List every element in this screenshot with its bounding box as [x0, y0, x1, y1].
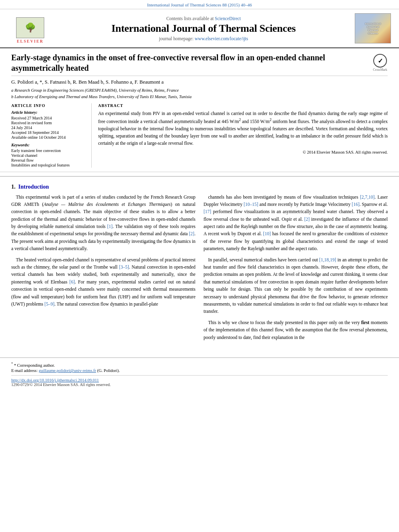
section-1-number: 1.: [11, 184, 16, 190]
history-received: Received 27 March 2014: [11, 116, 86, 120]
ref-2-7-10[interactable]: [2,7,10]: [360, 195, 374, 199]
affiliation-a: a Research Group in Engineering Sciences…: [11, 87, 388, 94]
abstract-text: An experimental study from PIV in an ope…: [98, 110, 388, 147]
ref-3-5[interactable]: [3–5]: [119, 265, 129, 269]
abstract-area: ABSTRACT An experimental study from PIV …: [98, 103, 388, 168]
journal-title: International Journal of Thermal Science…: [56, 23, 351, 35]
article-info-heading: ARTICLE INFO: [11, 103, 86, 108]
ref-16[interactable]: [16]: [352, 202, 360, 207]
intro-para-2: The heated vertical open-ended channel i…: [11, 256, 195, 308]
affiliation-b: b Laboratory of Energizing and Thermal a…: [11, 94, 388, 100]
journal-cover-image: InternationalJournal ofThermalSciences: [355, 13, 391, 43]
ref-10-15[interactable]: [10–15]: [244, 202, 258, 207]
history-online: Available online 14 October 2014: [11, 135, 86, 140]
affiliations: a Research Group in Engineering Sciences…: [11, 87, 388, 100]
intro-para-1: This experimental work is part of a seri…: [11, 193, 195, 253]
crossmark-circle: ✓: [373, 54, 387, 68]
authors-line: G. Polidori a, *, S. Fatnassi b, R. Ben …: [11, 79, 388, 85]
doi-link[interactable]: http://dx.doi.org/10.1016/j.ijthermalsci…: [11, 378, 388, 382]
ref-6[interactable]: [6]: [70, 279, 75, 284]
keyword-2: Vertical channel: [11, 153, 86, 158]
body-right-col: channels has also been investigated by m…: [204, 193, 388, 345]
article-main: Early-stage dynamics in the onset of fre…: [0, 48, 399, 172]
keyword-3: Reversal flow: [11, 158, 86, 162]
issn-line: 1290-0729/© 2014 Elsevier Masson SAS. Al…: [11, 382, 388, 387]
article-title: Early-stage dynamics in the onset of fre…: [11, 52, 368, 73]
history-revised-label: Received in revised form: [11, 121, 86, 125]
right-para-2: In parallel, several numerical studies h…: [204, 256, 388, 315]
history-label: Article history:: [11, 110, 86, 115]
journal-homepage: journal homepage: www.elsevier.com/locat…: [56, 36, 351, 41]
article-info-abstract: ARTICLE INFO Article history: Received 2…: [11, 103, 388, 168]
body-left-col: This experimental work is part of a seri…: [11, 193, 195, 345]
ref-5-9[interactable]: [5–9]: [44, 302, 54, 306]
top-bar: International Journal of Thermal Science…: [0, 0, 399, 9]
body-two-col: This experimental work is part of a seri…: [11, 193, 388, 345]
abstract-heading: ABSTRACT: [98, 103, 388, 108]
sciencedirect-link[interactable]: ScienceDirect: [215, 16, 241, 21]
article-info-column: ARTICLE INFO Article history: Received 2…: [11, 103, 92, 168]
section-1-title: 1. Introduction: [11, 184, 388, 190]
section-divider: [0, 176, 399, 177]
right-para-3: This is why we chose to focus the study …: [204, 319, 388, 341]
journal-homepage-link[interactable]: www.elsevier.com/locate/ijts: [195, 36, 248, 41]
journal-citation: International Journal of Thermal Science…: [147, 2, 252, 7]
ref-1[interactable]: [1]: [107, 224, 112, 229]
contents-link: Contents lists available at ScienceDirec…: [56, 16, 351, 21]
ref-2b[interactable]: [2]: [304, 217, 309, 222]
keywords-label: Keywords:: [11, 143, 86, 147]
author-email-link[interactable]: guillaume.polidori@univ-reims.fr: [39, 368, 96, 373]
email-note: E-mail address: guillaume.polidori@univ-…: [11, 368, 388, 373]
crossmark-label: CrossMark: [373, 68, 387, 72]
footer-section: * * Corresponding author. E-mail address…: [0, 357, 399, 391]
keyword-4: Instabilities and topological features: [11, 163, 86, 167]
corresponding-author-note: * * Corresponding author.: [11, 362, 388, 368]
journal-header: 🌳 ELSEVIER Contents lists available at S…: [0, 9, 399, 48]
keyword-1: Early transient free convection: [11, 148, 86, 153]
ref-10b[interactable]: [10]: [263, 231, 271, 236]
ref-1-18-19[interactable]: [1,18,19]: [319, 257, 336, 262]
elsevier-tree-icon: 🌳: [16, 17, 44, 38]
copyright: © 2014 Elsevier Masson SAS. All rights r…: [98, 150, 388, 154]
crossmark-widget[interactable]: ✓ CrossMark: [372, 54, 388, 72]
ref-2[interactable]: [2]: [189, 231, 194, 236]
history-revised-date: 24 July 2014: [11, 125, 86, 130]
elsevier-logo: 🌳 ELSEVIER: [8, 13, 52, 43]
history-accepted: Accepted 18 September 2014: [11, 130, 86, 135]
elsevier-label: ELSEVIER: [17, 39, 44, 43]
right-para-1: channels has also been investigated by m…: [204, 193, 388, 253]
article-title-text: Early-stage dynamics in the onset of fre…: [11, 52, 368, 73]
article-title-area: Early-stage dynamics in the onset of fre…: [11, 52, 388, 76]
journal-center-header: Contents lists available at ScienceDirec…: [56, 16, 351, 41]
body-content: 1. Introduction This experimental work i…: [0, 181, 399, 351]
ref-17[interactable]: [17]: [204, 209, 211, 214]
